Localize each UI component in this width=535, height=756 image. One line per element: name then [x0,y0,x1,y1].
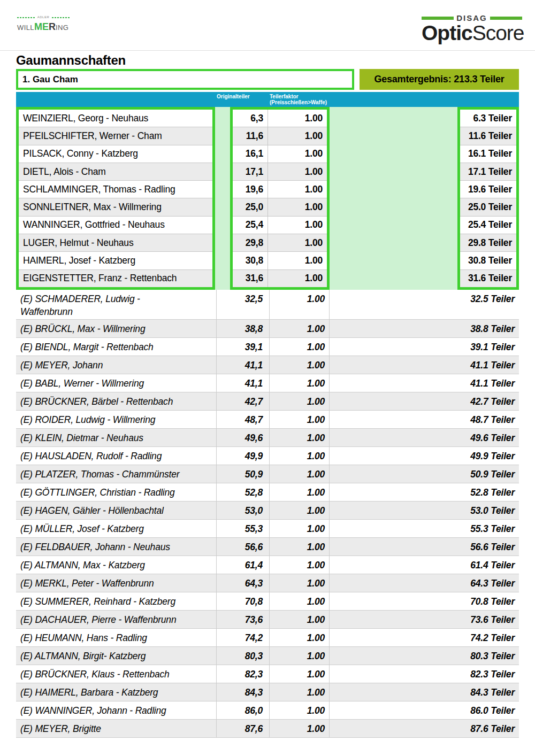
teiler-factor-value: 1.00 [270,465,330,483]
teiler-result: 48.7 Teiler [330,411,519,428]
player-name: (E) SUMMERER, Reinhard - Katzberg [16,592,217,610]
table-row: (E) BIENDL, Margit - Rettenbach39,11.003… [16,338,519,356]
original-teiler-value: 70,8 [217,592,270,610]
table-row: (E) FELDBAUER, Johann - Neuhaus56,61.005… [16,538,519,556]
teiler-result: 73.6 Teiler [330,611,519,628]
willmering-club-logo: ADLER WILLMERING [17,15,70,33]
original-teiler-value: 6,3 [233,110,268,127]
column-header-teilerfaktor: Teilerfaktor (Preisschießen>Waffe) [270,94,327,105]
table-row: (E) KLEIN, Dietmar - Neuhaus49,61.0049.6… [16,429,519,447]
original-teiler-value: 56,6 [217,538,270,556]
green-bar-decoration [422,17,454,20]
teiler-result: 50.9 Teiler [330,465,519,483]
original-teiler-value: 39,1 [217,338,270,356]
player-name: PILSACK, Conny - Katzberg [23,148,138,159]
player-name: (E) WANNINGER, Johann - Radling [16,701,217,719]
table-row: LUGER, Helmut - Neuhaus [19,234,212,252]
total-value: 213.3 Teiler [454,74,504,85]
original-teiler-value: 41,1 [217,374,270,392]
table-row: EIGENSTETTER, Franz - Rettenbach [19,270,212,287]
teiler-result: 70.8 Teiler [330,592,519,610]
teiler-factor-value: 1.00 [270,338,330,356]
teiler-factor-value: 1.00 [270,701,330,719]
teiler-result: 38.8 Teiler [330,320,519,337]
table-row: (E) HAIMERL, Barbara - Katzberg84,31.008… [16,683,519,701]
player-name: LUGER, Helmut - Neuhaus [23,237,133,249]
table-row: (E) ROIDER, Ludwig - Willmering48,71.004… [16,411,519,429]
original-teiler-value: 84,3 [217,683,270,701]
player-name: WEINZIERL, Georg - Neuhaus [23,113,148,124]
table-row: (E) HAUSLADEN, Rudolf - Radling49,91.004… [16,447,519,465]
teiler-result: 55.3 Teiler [330,520,519,537]
player-name: (E) DACHAUER, Pierre - Waffenbrunn [16,611,217,628]
player-name: (E) BRÜCKNER, Klaus - Rettenbach [16,665,217,683]
player-name: (E) HAGEN, Gähler - Höllenbachtal [16,502,217,519]
header-divider [0,50,535,51]
table-row: (E) SCHMADERER, Ludwig - Waffenbrunn32,5… [16,290,519,320]
teiler-factor-value: 1.00 [270,392,330,410]
player-name: (E) BRÜCKL, Max - Willmering [16,320,217,337]
original-teiler-value: 31,6 [233,270,268,287]
table-row: 6,31.00 [233,110,327,127]
teiler-result: 29.8 Teiler [460,234,516,252]
top10-highlight-block: WEINZIERL, Georg - NeuhausPFEILSCHIFTER,… [16,107,519,290]
teiler-factor-value: 1.00 [268,202,327,213]
teiler-result: 11.6 Teiler [460,127,516,145]
top10-name-column: WEINZIERL, Georg - NeuhausPFEILSCHIFTER,… [16,107,215,290]
table-row: WANNINGER, Gottfried - Neuhaus [19,217,212,234]
teiler-result: 31.6 Teiler [460,270,516,287]
teiler-factor-value: 1.00 [270,429,330,446]
teiler-result: 49.9 Teiler [330,447,519,465]
teiler-factor-value: 1.00 [268,255,327,266]
table-row: 31,61.00 [233,270,327,287]
teiler-result: 30.8 Teiler [460,252,516,269]
table-row: 29,81.00 [233,234,327,252]
teiler-factor-value: 1.00 [270,356,330,374]
original-teiler-value: 11,6 [233,127,268,144]
teiler-factor-value: 1.00 [268,166,327,178]
column-header-originalteiler: Originalteiler [217,94,250,99]
teiler-factor-value: 1.00 [270,447,330,465]
player-name: PFEILSCHIFTER, Werner - Cham [23,130,162,142]
original-teiler-value: 41,1 [217,356,270,374]
table-row: (E) HEUMANN, Hans - Radling74,21.0074.2 … [16,629,519,647]
table-row: (E) BRÜCKNER, Klaus - Rettenbach82,31.00… [16,665,519,683]
table-row: 17,11.00 [233,163,327,181]
original-teiler-value: 19,6 [233,181,268,198]
original-teiler-value: 38,8 [217,320,270,337]
teiler-factor-value: 1.00 [268,237,327,249]
player-name: (E) SCHMADERER, Ludwig - Waffenbrunn [16,290,217,319]
teiler-factor-value: 1.00 [270,538,330,556]
extra-shooters-table: (E) SCHMADERER, Ludwig - Waffenbrunn32,5… [16,290,519,738]
column-header-bar: Originalteiler Teilerfaktor (Preisschieß… [16,92,519,107]
table-row: (E) GÖTTLINGER, Christian - Radling52,81… [16,483,519,502]
original-teiler-value: 87,6 [217,720,270,737]
table-row: 16,11.00 [233,145,327,163]
original-teiler-value: 49,6 [217,429,270,446]
teiler-result: 6.3 Teiler [460,110,516,127]
original-teiler-value: 29,8 [233,234,268,251]
player-name: DIETL, Alois - Cham [23,166,106,178]
table-row: 30,81.00 [233,252,327,269]
team-name-box: 1. Gau Cham [16,69,354,90]
player-name: (E) ALTMANN, Birgit- Katzberg [16,647,217,665]
table-row: 19,61.00 [233,181,327,198]
original-teiler-value: 25,4 [233,217,268,234]
player-name: (E) ROIDER, Ludwig - Willmering [16,411,217,428]
teiler-factor-value: 1.00 [268,273,327,284]
teiler-result: 52.8 Teiler [330,483,519,501]
table-row: (E) BRÜCKL, Max - Willmering38,81.0038.8… [16,320,519,338]
teiler-result: 86.0 Teiler [330,701,519,719]
team-name: 1. Gau Cham [22,74,78,85]
player-name: (E) HAUSLADEN, Rudolf - Radling [16,447,217,465]
teiler-factor-value: 1.00 [270,520,330,537]
results-page: ADLER WILLMERING DISAG OpticScore Gauman… [0,0,535,756]
original-teiler-value: 55,3 [217,520,270,537]
table-row: PFEILSCHIFTER, Werner - Cham [19,127,212,145]
teiler-factor-value: 1.00 [270,320,330,337]
teiler-result: 64.3 Teiler [330,574,519,592]
disag-opticscore-logo: DISAG OpticScore [422,14,522,44]
table-row: (E) SUMMERER, Reinhard - Katzberg70,81.0… [16,592,519,611]
top10-values-column: 6,31.0011,61.0016,11.0017,11.0019,61.002… [230,107,330,290]
teiler-result: 41.1 Teiler [330,374,519,392]
